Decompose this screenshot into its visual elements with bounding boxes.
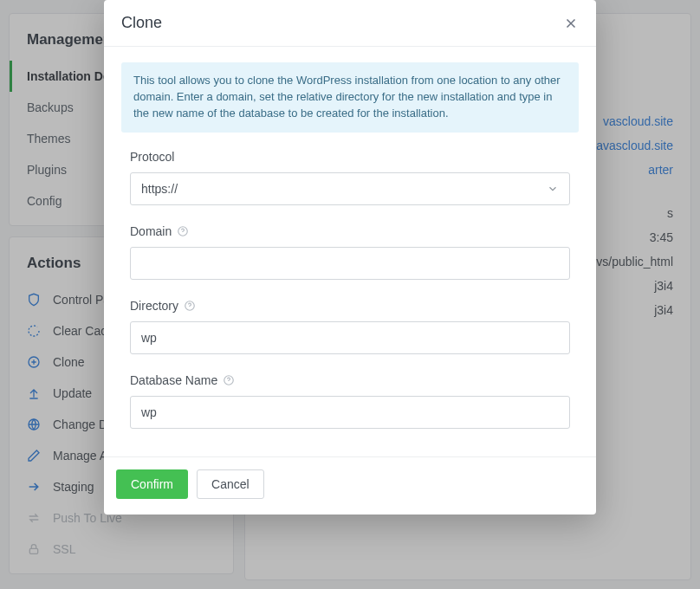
modal-title: Clone (121, 14, 162, 32)
domain-input[interactable] (130, 247, 570, 280)
domain-label: Domain (130, 224, 570, 238)
cancel-button[interactable]: Cancel (197, 469, 264, 499)
chevron-down-icon (547, 183, 559, 195)
close-icon[interactable] (563, 16, 579, 31)
directory-input[interactable] (130, 321, 570, 354)
help-icon[interactable] (184, 300, 196, 312)
help-icon[interactable] (223, 374, 235, 386)
help-icon[interactable] (177, 225, 189, 237)
protocol-select[interactable]: https:// (130, 172, 570, 205)
info-box: This tool allows you to clone the WordPr… (121, 62, 579, 133)
database-label: Database Name (130, 373, 570, 387)
database-input[interactable] (130, 396, 570, 429)
protocol-label: Protocol (130, 150, 570, 164)
clone-modal: Clone This tool allows you to clone the … (104, 0, 596, 515)
directory-label: Directory (130, 299, 570, 313)
confirm-button[interactable]: Confirm (116, 469, 188, 499)
